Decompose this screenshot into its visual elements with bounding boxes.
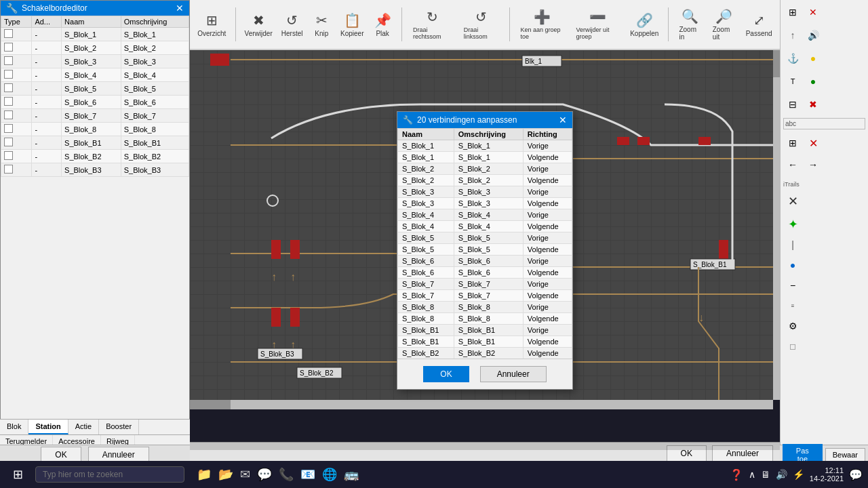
toolbar-draai-links[interactable]: ↺ Draai linkssom: [460, 7, 502, 41]
modal-table-row[interactable]: S_Blok_1 S_Blok_1 Volgende: [398, 151, 572, 163]
table-row[interactable]: - S_Blok_2 S_Blok_2: [1, 41, 189, 55]
right-tool-grid2[interactable]: ⊞: [783, 134, 802, 152]
right-tool-arrow-right[interactable]: →: [804, 155, 823, 174]
right-tool-x3[interactable]: ✕: [783, 192, 802, 211]
modal-table-row[interactable]: S_Blok_6 S_Blok_6 Vorige: [398, 255, 572, 266]
modal-table-row[interactable]: S_Blok_3 S_Blok_3 Volgende: [398, 197, 572, 209]
taskbar-icon-phone[interactable]: 📞: [279, 467, 294, 482]
right-tool-anchor[interactable]: ⚓: [783, 49, 802, 68]
right-tool-green[interactable]: ●: [804, 72, 823, 91]
annuleer-button-left[interactable]: Annuleer: [88, 447, 149, 463]
modal-cancel-button[interactable]: Annuleer: [480, 366, 547, 382]
taskbar-icon-folder[interactable]: 📁: [197, 467, 212, 482]
modal-table-row[interactable]: S_Blok_8 S_Blok_8 Volgende: [398, 312, 572, 324]
modal-table-row[interactable]: S_Blok_2 S_Blok_2 Vorige: [398, 163, 572, 174]
taskbar-icon-mail[interactable]: ✉: [240, 467, 250, 482]
toolbar-ken-aan[interactable]: ➕ Ken aan groep toe: [517, 7, 568, 41]
taskbar-notification[interactable]: 💬: [849, 468, 863, 481]
right-tool-arrow-left[interactable]: ←: [783, 155, 802, 174]
toolbar-zoom-in[interactable]: 🔍 Zoom in: [675, 7, 704, 42]
modal-table-row[interactable]: S_Blok_7 S_Blok_7 Volgende: [398, 289, 572, 301]
right-tool-yellow[interactable]: ●: [804, 49, 823, 68]
right-tool-close[interactable]: ✕: [804, 3, 823, 22]
start-button[interactable]: ⊞: [5, 462, 30, 487]
modal-ok-button[interactable]: OK: [423, 366, 469, 382]
table-row[interactable]: - S_Blok_3 S_Blok_3: [1, 55, 189, 68]
modal-table-row[interactable]: S_Blok_4 S_Blok_4 Volgende: [398, 220, 572, 232]
table-row[interactable]: - S_Blok_7 S_Blok_7: [1, 109, 189, 123]
modal-table-row[interactable]: S_Blok_4 S_Blok_4 Vorige: [398, 209, 572, 220]
modal-table-row[interactable]: S_Blok_7 S_Blok_7 Vorige: [398, 278, 572, 289]
left-panel-window: 🔧 Schakelbordeditor ✕ Type Ad... Naam Om…: [0, 0, 190, 447]
toolbar-draai-rechts[interactable]: ↻ Draai rechtssom: [409, 7, 456, 41]
right-tool-green-plus[interactable]: ✦: [783, 215, 802, 234]
table-row[interactable]: - S_Blok_6 S_Blok_6: [1, 96, 189, 109]
taskbar-volume[interactable]: 🔊: [776, 469, 787, 480]
right-tool-speaker[interactable]: 🔊: [804, 26, 823, 45]
right-tool-x2[interactable]: ✕: [804, 134, 823, 152]
search-input[interactable]: [35, 466, 184, 483]
zoom-uit-icon: 🔎: [715, 8, 732, 24]
table-row[interactable]: - S_Blok_4 S_Blok_4: [1, 68, 189, 82]
modal-table-row[interactable]: S_Blok_B2 S_Blok_B2 Volgende: [398, 347, 572, 359]
table-row[interactable]: - S_Blok_1 S_Blok_1: [1, 28, 189, 41]
table-row[interactable]: - S_Blok_5 S_Blok_5: [1, 82, 189, 96]
tab-booster[interactable]: Booster: [99, 420, 139, 434]
toolbar-kopieer[interactable]: 📋 Kopieer: [338, 11, 366, 39]
right-tool-arrow-up[interactable]: ↑: [783, 26, 802, 45]
taskbar-icon-chrome[interactable]: 🌐: [322, 467, 337, 482]
right-tool-lines[interactable]: ≡: [783, 296, 802, 315]
modal-table-row[interactable]: S_Blok_5 S_Blok_5 Vorige: [398, 232, 572, 243]
modal-cell-naam: S_Blok_2: [398, 163, 454, 174]
toolbar-passend[interactable]: ⤢ Passend: [743, 11, 774, 39]
modal-table-row[interactable]: S_Blok_5 S_Blok_5 Volgende: [398, 243, 572, 255]
right-tool-circle[interactable]: ●: [783, 256, 802, 274]
right-tool-red-x[interactable]: ✖: [804, 95, 823, 114]
taskbar-clock[interactable]: 12:11 14-2-2021: [810, 466, 844, 483]
right-tool-gear[interactable]: ⚙: [783, 317, 802, 336]
taskbar-icon-bus[interactable]: 🚌: [344, 467, 359, 482]
toolbar-koppelen[interactable]: 🔗 Koppelen: [628, 11, 661, 39]
toolbar-herstel[interactable]: ↺ Herstel: [279, 11, 305, 39]
right-tool-line[interactable]: |: [783, 235, 802, 254]
table-row[interactable]: - S_Blok_B3 S_Blok_B3: [1, 163, 189, 177]
modal-table-row[interactable]: S_Blok_B1 S_Blok_B1 Volgende: [398, 336, 572, 347]
overzicht-icon: ⊞: [206, 12, 218, 28]
toolbar-verwijder[interactable]: ✖ Verwijder: [242, 11, 275, 39]
ok-button-left[interactable]: OK: [41, 447, 81, 463]
right-tool-minus[interactable]: −: [783, 276, 802, 295]
taskbar-help[interactable]: ❓: [730, 468, 743, 481]
toolbar-verwijder-groep[interactable]: ➖ Verwijder uit groep: [572, 7, 624, 41]
table-row[interactable]: - S_Blok_B2 S_Blok_B2: [1, 150, 189, 163]
taskbar-battery[interactable]: ⚡: [793, 469, 804, 480]
taskbar-network[interactable]: 🖥: [761, 469, 770, 480]
tab-station[interactable]: Station: [28, 420, 68, 434]
close-icon[interactable]: ✕: [176, 3, 184, 14]
table-row[interactable]: - S_Blok_8 S_Blok_8: [1, 123, 189, 136]
toolbar-overzicht[interactable]: ⊞ Overzicht: [195, 11, 229, 39]
toolbar-knip[interactable]: ✂ Knip: [309, 11, 334, 39]
bewaar-button[interactable]: Bewaar: [825, 448, 865, 462]
tab-blok[interactable]: Blok: [0, 420, 28, 434]
modal-scroll-area[interactable]: Naam Omschrijving Richting S_Blok_1 S_Bl…: [397, 128, 572, 359]
toolbar-plak[interactable]: 📌 Plak: [370, 11, 395, 39]
tab-actie[interactable]: Actie: [68, 420, 99, 434]
right-tool-table[interactable]: ⊟: [783, 95, 802, 114]
modal-table-row[interactable]: S_Blok_B1 S_Blok_B1 Vorige: [398, 324, 572, 336]
modal-table-row[interactable]: S_Blok_1 S_Blok_1 Vorige: [398, 140, 572, 151]
taskbar-icon-outlook[interactable]: 📧: [300, 467, 315, 482]
right-tool-dashed[interactable]: ◻: [783, 337, 802, 356]
cell-omschrijving: S_Blok_7: [121, 109, 189, 123]
taskbar-icon-explorer[interactable]: 📂: [218, 467, 233, 482]
right-tool-grid[interactable]: ⊞: [783, 3, 802, 22]
modal-table-row[interactable]: S_Blok_6 S_Blok_6 Volgende: [398, 266, 572, 278]
modal-table-row[interactable]: S_Blok_8 S_Blok_8 Vorige: [398, 301, 572, 312]
modal-table-row[interactable]: S_Blok_3 S_Blok_3 Vorige: [398, 186, 572, 197]
toolbar-zoom-uit[interactable]: 🔎 Zoom uit: [709, 7, 740, 42]
taskbar-icon-messenger[interactable]: 💬: [257, 467, 272, 482]
taskbar-systray[interactable]: ∧: [749, 469, 755, 480]
right-tool-text[interactable]: T: [783, 72, 802, 91]
modal-table-row[interactable]: S_Blok_2 S_Blok_2 Volgende: [398, 174, 572, 186]
modal-close-icon[interactable]: ✕: [559, 115, 567, 125]
table-row[interactable]: - S_Blok_B1 S_Blok_B1: [1, 136, 189, 150]
